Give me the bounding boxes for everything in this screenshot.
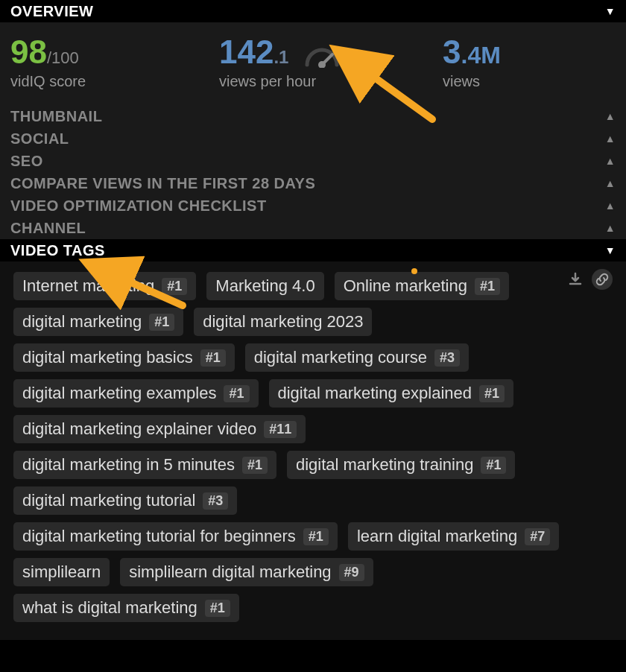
tag-pill[interactable]: digital marketing basics#1 [13, 343, 235, 372]
section-title: CHANNEL [10, 220, 86, 237]
section-header-social[interactable]: SOCIAL ▲ [0, 127, 626, 150]
chevron-down-icon: ▼ [605, 5, 616, 17]
download-icon[interactable] [565, 269, 586, 290]
chevron-up-icon: ▲ [605, 133, 616, 145]
metric-value: 98/100 [10, 36, 219, 69]
tag-text: learn digital marketing [357, 527, 517, 546]
tag-text: digital marketing tutorial [22, 491, 195, 510]
svg-line-1 [322, 54, 332, 65]
tag-pill[interactable]: digital marketing explainer video#11 [13, 415, 306, 443]
section-title: COMPARE VIEWS IN THE FIRST 28 DAYS [10, 175, 315, 192]
metric-value: 3.4M [443, 36, 616, 69]
tag-rank-badge: #11 [264, 421, 297, 438]
tag-text: Marketing 4.0 [215, 276, 314, 296]
tag-text: digital marketing [22, 312, 142, 332]
tag-rank-badge: #1 [149, 314, 174, 331]
tag-pill[interactable]: digital marketing 2023 [194, 308, 372, 336]
chevron-up-icon: ▲ [605, 155, 616, 167]
tag-pill[interactable]: digital marketing#1 [13, 308, 183, 336]
tags-list: Internet marketing#1Marketing 4.0Online … [13, 272, 613, 622]
tag-rank-badge: #1 [200, 349, 226, 367]
metric-value: 142.1 [219, 36, 443, 69]
tag-rank-badge: #1 [303, 528, 329, 545]
tag-pill[interactable]: Marketing 4.0 [206, 272, 323, 300]
tag-text: simplilearn digital marketing [129, 562, 331, 582]
tag-rank-badge: #7 [525, 528, 550, 545]
tag-rank-badge: #3 [203, 492, 228, 510]
tag-rank-badge: #1 [479, 385, 505, 402]
tag-pill[interactable]: digital marketing in 5 minutes#1 [13, 451, 276, 479]
gauge-icon [304, 40, 340, 73]
section-header-thumbnail[interactable]: THUMBNAIL ▲ [0, 105, 626, 127]
link-icon[interactable] [592, 269, 613, 290]
views-number: 3 [443, 34, 461, 70]
tag-pill[interactable]: digital marketing tutorial#3 [13, 486, 237, 515]
score-suffix: /100 [47, 48, 79, 67]
tag-pill[interactable]: digital marketing examples#1 [13, 379, 259, 408]
tag-text: digital marketing training [296, 455, 473, 475]
tag-pill[interactable]: simplilearn digital marketing#9 [120, 558, 373, 586]
tag-text: digital marketing course [254, 348, 427, 367]
section-title: VIDEO TAGS [10, 242, 105, 259]
tag-rank-badge: #1 [242, 457, 268, 474]
tag-text: digital marketing examples [22, 384, 216, 403]
tag-pill[interactable]: digital marketing tutorial for beginners… [13, 522, 338, 551]
video-tags-body: Internet marketing#1Marketing 4.0Online … [0, 261, 626, 640]
tag-pill[interactable]: digital marketing training#1 [287, 451, 516, 479]
section-header-channel[interactable]: CHANNEL ▲ [0, 217, 626, 239]
tag-pill[interactable]: what is digital marketing#1 [13, 594, 239, 622]
tag-pill[interactable]: digital marketing course#3 [245, 343, 469, 372]
tag-rank-badge: #1 [162, 278, 187, 295]
tag-pill[interactable]: Internet marketing#1 [13, 272, 196, 300]
section-title: VIDEO OPTIMIZATION CHECKLIST [10, 197, 267, 215]
tag-rank-badge: #1 [481, 457, 506, 474]
tag-text: simplilearn [22, 562, 101, 582]
metric-views: 3.4M views [443, 36, 616, 90]
tag-pill[interactable]: simplilearn [13, 558, 110, 586]
section-header-compare[interactable]: COMPARE VIEWS IN THE FIRST 28 DAYS ▲ [0, 172, 626, 194]
metric-views-per-hour: 142.1 views per hour [219, 36, 443, 90]
tag-text: Internet marketing [22, 276, 154, 296]
metric-vidiq-score: 98/100 vidIQ score [10, 36, 219, 90]
metric-label: vidIQ score [10, 73, 219, 90]
vidiq-panel: OVERVIEW ▼ 98/100 vidIQ score 142.1 [0, 0, 626, 640]
section-header-videotags[interactable]: VIDEO TAGS ▼ [0, 239, 626, 261]
tag-pill[interactable]: learn digital marketing#7 [348, 522, 559, 551]
tag-rank-badge: #1 [205, 600, 230, 617]
tag-rank-badge: #1 [224, 385, 249, 402]
section-header-seo[interactable]: SEO ▲ [0, 150, 626, 172]
chevron-up-icon: ▲ [605, 177, 616, 189]
views-suffix: .4M [461, 42, 500, 69]
section-title: SEO [10, 153, 43, 170]
tag-text: Online marketing [344, 276, 467, 296]
score-number: 98 [10, 34, 47, 70]
tag-text: what is digital marketing [22, 598, 197, 618]
tag-text: digital marketing basics [22, 348, 193, 367]
tags-toolbar [565, 269, 613, 290]
tag-text: digital marketing explained [278, 384, 472, 403]
tag-rank-badge: #1 [475, 278, 500, 295]
section-title: SOCIAL [10, 130, 69, 148]
tag-text: digital marketing in 5 minutes [22, 455, 235, 475]
tag-rank-badge: #9 [339, 564, 364, 581]
metric-label: views [443, 73, 616, 90]
chevron-up-icon: ▲ [605, 200, 616, 212]
metric-label: views per hour [219, 73, 443, 90]
vph-number: 142 [219, 34, 274, 70]
chevron-up-icon: ▲ [605, 110, 616, 122]
vph-suffix: .1 [274, 47, 288, 67]
overview-body: 98/100 vidIQ score 142.1 views per hour … [0, 22, 626, 105]
chevron-down-icon: ▼ [605, 244, 616, 256]
tag-rank-badge: #3 [434, 349, 460, 367]
tag-text: digital marketing explainer video [22, 419, 256, 439]
section-header-overview[interactable]: OVERVIEW ▼ [0, 0, 626, 22]
annotation-dot [411, 268, 417, 274]
tag-pill[interactable]: Online marketing#1 [335, 272, 509, 300]
tag-text: digital marketing 2023 [203, 312, 363, 332]
tag-pill[interactable]: digital marketing explained#1 [269, 379, 514, 408]
section-title: THUMBNAIL [10, 108, 102, 125]
section-title: OVERVIEW [10, 3, 93, 20]
chevron-up-icon: ▲ [605, 222, 616, 234]
tag-text: digital marketing tutorial for beginners [22, 527, 296, 546]
section-header-checklist[interactable]: VIDEO OPTIMIZATION CHECKLIST ▲ [0, 194, 626, 217]
